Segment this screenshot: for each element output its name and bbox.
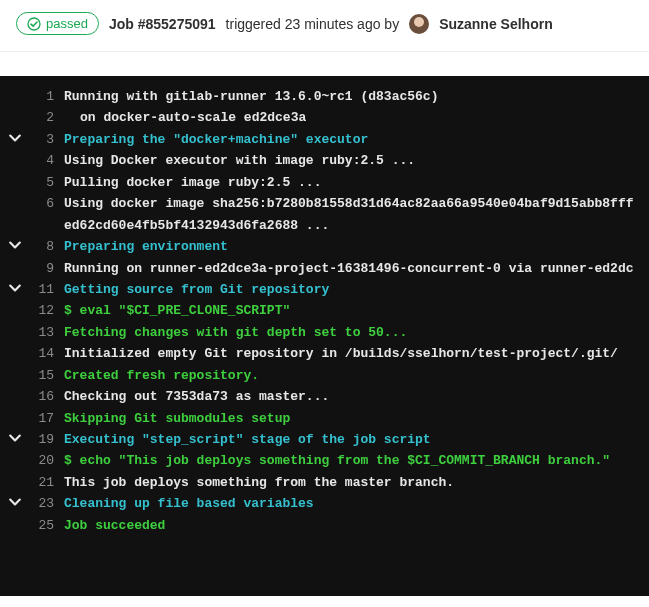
log-line: 14Initialized empty Git repository in /b…: [0, 343, 649, 364]
log-section-header[interactable]: 19Executing "step_script" stage of the j…: [0, 429, 649, 450]
log-text: Preparing the "docker+machine" executor: [64, 129, 368, 150]
chevron-down-icon[interactable]: [9, 237, 21, 249]
log-line: 21This job deploys something from the ma…: [0, 472, 649, 493]
line-number: 5: [30, 172, 64, 193]
log-text: This job deploys something from the mast…: [64, 472, 454, 493]
log-text: Getting source from Git repository: [64, 279, 329, 300]
log-text: on docker-auto-scale ed2dce3a: [64, 107, 306, 128]
status-badge-label: passed: [46, 16, 88, 31]
line-number: 16: [30, 386, 64, 407]
log-text: $ eval "$CI_PRE_CLONE_SCRIPT": [64, 300, 290, 321]
log-line: 17Skipping Git submodules setup: [0, 408, 649, 429]
line-number: 4: [30, 150, 64, 171]
chevron-down-icon[interactable]: [9, 430, 21, 442]
log-line: 5Pulling docker image ruby:2.5 ...: [0, 172, 649, 193]
log-text: Cleaning up file based variables: [64, 493, 314, 514]
log-line: 13Fetching changes with git depth set to…: [0, 322, 649, 343]
author-name[interactable]: Suzanne Selhorn: [439, 16, 553, 32]
job-title: Job #855275091: [109, 16, 216, 32]
log-line: 1Running with gitlab-runner 13.6.0~rc1 (…: [0, 86, 649, 107]
job-log-terminal: 1Running with gitlab-runner 13.6.0~rc1 (…: [0, 76, 649, 596]
job-label: Job: [109, 16, 134, 32]
line-number: 13: [30, 322, 64, 343]
status-badge-passed: passed: [16, 12, 99, 35]
line-number: 1: [30, 86, 64, 107]
log-text: Job succeeded: [64, 515, 165, 536]
line-number: 2: [30, 107, 64, 128]
job-id: #855275091: [138, 16, 216, 32]
log-line: 2on docker-auto-scale ed2dce3a: [0, 107, 649, 128]
line-number: 20: [30, 450, 64, 471]
log-line: 9Running on runner-ed2dce3a-project-1638…: [0, 258, 649, 279]
svg-point-0: [28, 18, 40, 30]
line-number: 12: [30, 300, 64, 321]
line-number: 15: [30, 365, 64, 386]
job-header: passed Job #855275091 triggered 23 minut…: [0, 0, 649, 47]
log-line: 25Job succeeded: [0, 515, 649, 536]
log-line: ed62cd60e4fb5bf4132943d6fa2688 ...: [0, 215, 649, 236]
log-line: 16Checking out 7353da73 as master...: [0, 386, 649, 407]
log-text: Using docker image sha256:b7280b81558d31…: [64, 193, 634, 214]
log-text: Using Docker executor with image ruby:2.…: [64, 150, 415, 171]
log-text: Pulling docker image ruby:2.5 ...: [64, 172, 321, 193]
log-text: Initialized empty Git repository in /bui…: [64, 343, 618, 364]
line-number: 8: [30, 236, 64, 257]
log-line: 20$ echo "This job deploys something fro…: [0, 450, 649, 471]
line-number: 6: [30, 193, 64, 214]
log-line: 4Using Docker executor with image ruby:2…: [0, 150, 649, 171]
log-section-header[interactable]: 11Getting source from Git repository: [0, 279, 649, 300]
line-number: 3: [30, 129, 64, 150]
line-number: 9: [30, 258, 64, 279]
log-section-header[interactable]: 23Cleaning up file based variables: [0, 493, 649, 514]
log-text: Created fresh repository.: [64, 365, 259, 386]
log-section-header[interactable]: 8Preparing environment: [0, 236, 649, 257]
avatar[interactable]: [409, 14, 429, 34]
line-number: 11: [30, 279, 64, 300]
log-text: Skipping Git submodules setup: [64, 408, 290, 429]
line-number: 21: [30, 472, 64, 493]
log-text: ed62cd60e4fb5bf4132943d6fa2688 ...: [64, 215, 329, 236]
log-text: Running with gitlab-runner 13.6.0~rc1 (d…: [64, 86, 438, 107]
line-number: 14: [30, 343, 64, 364]
log-text: Running on runner-ed2dce3a-project-16381…: [64, 258, 634, 279]
chevron-down-icon[interactable]: [9, 280, 21, 292]
chevron-down-icon[interactable]: [9, 494, 21, 506]
line-number: 23: [30, 493, 64, 514]
log-line: 15Created fresh repository.: [0, 365, 649, 386]
log-text: Executing "step_script" stage of the job…: [64, 429, 431, 450]
log-line: 12$ eval "$CI_PRE_CLONE_SCRIPT": [0, 300, 649, 321]
log-text: $ echo "This job deploys something from …: [64, 450, 610, 471]
log-section-header[interactable]: 3Preparing the "docker+machine" executor: [0, 129, 649, 150]
log-text: Checking out 7353da73 as master...: [64, 386, 329, 407]
line-number: 19: [30, 429, 64, 450]
line-number: 17: [30, 408, 64, 429]
divider: [0, 51, 649, 52]
chevron-down-icon[interactable]: [9, 130, 21, 142]
job-triggered-text: triggered 23 minutes ago by: [226, 16, 400, 32]
check-circle-icon: [27, 17, 41, 31]
line-number: 25: [30, 515, 64, 536]
log-text: Fetching changes with git depth set to 5…: [64, 322, 407, 343]
log-text: Preparing environment: [64, 236, 228, 257]
log-line: 6Using docker image sha256:b7280b81558d3…: [0, 193, 649, 214]
